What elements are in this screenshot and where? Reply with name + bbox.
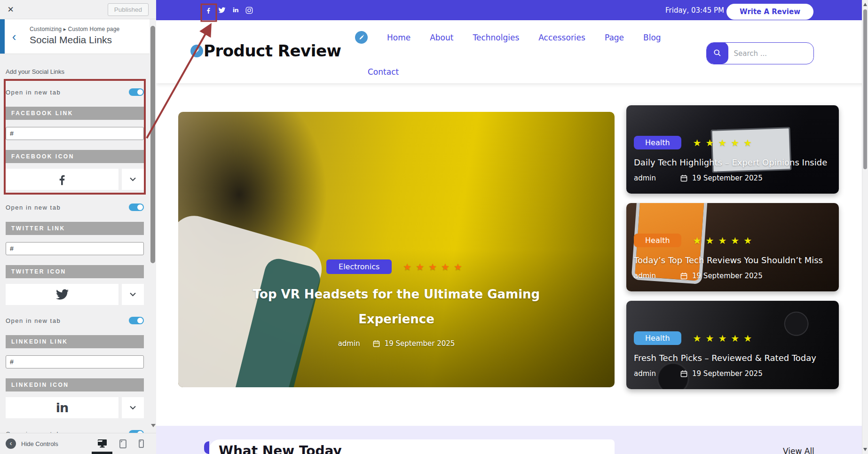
calendar-icon (373, 340, 380, 347)
nav-item-home[interactable]: Home (387, 33, 410, 42)
card-post-author[interactable]: admin (634, 369, 656, 378)
linkedin-settings-group: Open in new tab LINKEDIN LINK LINKEDIN I… (6, 308, 144, 421)
hero-category-badge[interactable]: Electronics (326, 259, 392, 274)
nav-item-about[interactable]: About (430, 33, 453, 42)
site-logo[interactable]: Product Review (190, 41, 341, 60)
twitter-link-label: TWITTER LINK (6, 222, 144, 235)
twitter-icon-picker[interactable] (6, 284, 144, 305)
search-icon[interactable] (706, 42, 728, 64)
hero-post[interactable]: Electronics ★★★★★ Top VR Headsets for th… (178, 112, 615, 387)
linkedin-icon-picker[interactable]: in (6, 397, 144, 418)
nav-item-blog[interactable]: Blog (643, 33, 661, 42)
site-preview: in Friday, 03:45 PM Write A Review Produ… (156, 0, 868, 454)
facebook-settings-group: Open in new tab FACEBOOK LINK FACEBOOK I… (4, 79, 146, 195)
twitter-icon[interactable] (6, 284, 118, 305)
edit-pencil-icon[interactable] (355, 31, 368, 44)
card-post-date: 19 September 2025 (692, 369, 763, 378)
panel-scrollbar-thumb[interactable] (150, 26, 155, 263)
device-tablet-button[interactable] (119, 438, 126, 449)
whats-new-section: What New Today View All (156, 426, 868, 454)
top-bar: in Friday, 03:45 PM Write A Review (156, 0, 868, 20)
collapse-arrow-icon: ‹ (6, 438, 16, 449)
close-icon[interactable]: ✕ (0, 0, 21, 19)
main-navigation: Home About Technolgies Accessories Page … (355, 31, 661, 44)
linkedin-new-tab-toggle[interactable] (129, 317, 144, 324)
customizer-topbar: ✕ Published (0, 0, 156, 19)
linkedin-icon[interactable]: in (232, 0, 239, 20)
post-card[interactable]: Health ★★★★★ Today’s Top Tech Reviews Yo… (626, 203, 839, 291)
active-device-indicator (92, 452, 112, 454)
site-header: Product Review Home About Technolgies Ac… (156, 20, 868, 83)
section-label: Add your Social Links (6, 68, 144, 75)
search-input[interactable] (728, 49, 814, 58)
page-scrollbar[interactable] (862, 0, 868, 454)
chevron-down-icon[interactable] (122, 169, 144, 190)
controls-area: Add your Social Links Open in new tab FA… (0, 54, 150, 441)
panel-scrollbar[interactable] (150, 19, 156, 433)
hide-controls-button[interactable]: ‹ Hide Controls (6, 438, 58, 449)
facebook-icon[interactable] (6, 169, 118, 190)
hero-post-title[interactable]: Top VR Headsets for the Ultimate Gaming … (246, 282, 547, 332)
card-post-date: 19 September 2025 (692, 174, 763, 182)
twitter-new-tab-toggle[interactable] (129, 204, 144, 211)
hero-post-date: 19 September 2025 (385, 339, 455, 348)
linkedin-icon[interactable]: in (6, 397, 118, 418)
card-rating-stars: ★★★★★ (693, 333, 757, 344)
view-all-link[interactable]: View All (783, 446, 814, 454)
write-review-button[interactable]: Write A Review (726, 4, 813, 20)
card-rating-stars: ★★★★★ (693, 137, 757, 149)
calendar-icon (680, 174, 687, 182)
section-header: ‹ Customizing ▸ Custom Home page Social … (0, 19, 156, 54)
panel-footer: ‹ Hide Controls (0, 433, 156, 454)
open-in-new-tab-label: Open in new tab (6, 89, 61, 96)
main-navigation-row2: Contact (368, 67, 399, 77)
card-post-author[interactable]: admin (634, 272, 656, 280)
scroll-up-arrow-icon[interactable] (863, 3, 867, 6)
post-card[interactable]: Health ★★★★★ Fresh Tech Picks – Reviewed… (626, 301, 839, 389)
scroll-down-arrow-icon[interactable] (151, 424, 156, 427)
chevron-down-icon[interactable] (122, 284, 144, 305)
scroll-down-arrow-icon[interactable] (863, 448, 867, 451)
open-in-new-tab-label: Open in new tab (6, 317, 61, 324)
nav-item-accessories[interactable]: Accessories (538, 33, 585, 42)
hero-post-author[interactable]: admin (338, 339, 360, 348)
current-time: Friday, 03:45 PM (665, 0, 724, 20)
nav-item-technolgies[interactable]: Technolgies (473, 33, 519, 42)
card-category-badge[interactable]: Health (634, 331, 681, 345)
device-desktop-button[interactable] (97, 438, 107, 449)
customizer-sidebar: ✕ Published ‹ Customizing ▸ Custom Home … (0, 0, 156, 454)
published-button[interactable]: Published (108, 3, 149, 16)
linkedin-link-label: LINKEDIN LINK (6, 335, 144, 348)
chevron-down-icon[interactable] (122, 397, 144, 418)
twitter-link-input[interactable] (6, 242, 144, 255)
open-in-new-tab-label: Open in new tab (6, 204, 61, 211)
card-post-title[interactable]: Fresh Tech Picks – Reviewed & Rated Toda… (634, 353, 839, 363)
page-scrollbar-thumb[interactable] (863, 9, 867, 169)
instagram-icon[interactable] (245, 0, 253, 20)
calendar-icon (680, 370, 687, 377)
panel-title: Social Media Links (30, 34, 151, 46)
card-post-date: 19 September 2025 (692, 272, 763, 280)
facebook-new-tab-toggle[interactable] (129, 88, 144, 96)
card-category-badge[interactable]: Health (634, 136, 681, 149)
breadcrumb: Customizing ▸ Custom Home page (30, 26, 151, 32)
device-mobile-button[interactable] (139, 438, 144, 449)
twitter-settings-group: Open in new tab TWITTER LINK TWITTER ICO… (6, 195, 144, 308)
facebook-icon-picker[interactable] (6, 169, 144, 190)
facebook-link-input[interactable] (6, 127, 144, 140)
search-bar (706, 42, 814, 64)
nav-item-contact[interactable]: Contact (368, 67, 399, 77)
nav-item-page[interactable]: Page (605, 33, 624, 42)
twitter-icon[interactable] (218, 0, 226, 20)
facebook-icon[interactable] (205, 0, 212, 20)
card-post-title[interactable]: Daily Tech Highlights – Expert Opinions … (634, 157, 839, 167)
card-post-author[interactable]: admin (634, 174, 656, 182)
linkedin-link-input[interactable] (6, 355, 144, 368)
post-card[interactable]: Health ★★★★★ Daily Tech Highlights – Exp… (626, 105, 839, 194)
card-category-badge[interactable]: Health (634, 234, 681, 247)
edit-pencil-icon[interactable] (190, 45, 203, 57)
card-rating-stars: ★★★★★ (693, 235, 757, 246)
card-post-title[interactable]: Today’s Top Tech Reviews You Shouldn’t M… (634, 255, 839, 265)
site-title[interactable]: Product Review (204, 41, 341, 60)
back-chevron-icon[interactable]: ‹ (6, 28, 23, 46)
